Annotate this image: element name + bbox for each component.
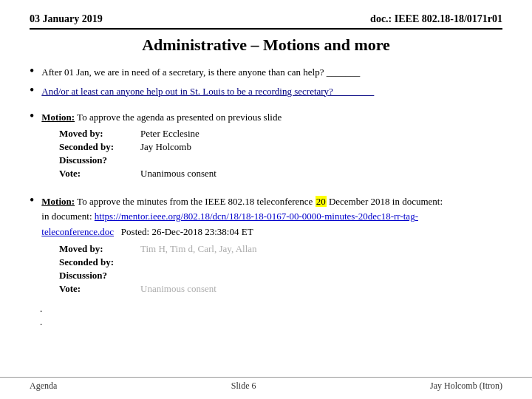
motion-2-discussion: Discussion?	[59, 270, 502, 282]
motion-1-moved-label: Moved by:	[59, 128, 140, 140]
motion-2-seconded-label: Seconded by:	[59, 256, 140, 268]
motion-1-seconded-value: Jay Holcomb	[140, 141, 191, 153]
motion-2: • Motion: To approve the minutes from th…	[30, 194, 502, 295]
motion-1-seconded-label: Seconded by:	[59, 141, 140, 153]
motion-2-moved: Moved by: Tim H, Tim d, Carl, Jay, Allan	[59, 243, 502, 255]
motion-1-seconded: Seconded by: Jay Holcomb	[59, 141, 502, 153]
footer-right: Jay Holcomb (Itron)	[430, 381, 502, 392]
motion-1-moved-value: Peter Ecclesine	[140, 128, 200, 140]
motion-2-discussion-label: Discussion?	[59, 270, 140, 282]
header: 03 January 2019 doc.: IEEE 802.18-18/017…	[30, 13, 502, 30]
motion-1-vote-label: Vote:	[59, 168, 140, 180]
bullet-text-2: And/or at least can anyone help out in S…	[41, 84, 374, 99]
motion-1-label: Motion:	[41, 112, 75, 123]
bullet-text-1: After 01 Jan, we are in need of a secret…	[41, 65, 360, 80]
motion-1-moved: Moved by: Peter Ecclesine	[59, 128, 502, 140]
motion-1: • Motion: To approve the agenda as prese…	[30, 110, 502, 180]
extra-dot-2: .	[40, 316, 502, 329]
motion-2-posted-label: Posted:	[121, 226, 149, 237]
bullet-item-1: • After 01 Jan, we are in need of a secr…	[30, 65, 502, 80]
header-doc: doc.: IEEE 802.18-18/0171r01	[370, 13, 502, 25]
motion-2-vote: Vote: Unanimous consent	[59, 283, 502, 295]
motion-1-bullet: • Motion: To approve the agenda as prese…	[30, 110, 502, 125]
bullet-dot-1: •	[30, 64, 34, 79]
motion-2-text: Motion: To approve the minutes from the …	[41, 194, 502, 240]
footer-center: Slide 6	[231, 381, 256, 392]
motion-2-vote-label: Vote:	[59, 283, 140, 295]
motion-1-discussion: Discussion?	[59, 154, 502, 166]
motion-1-vote-value: Unanimous consent	[140, 168, 216, 180]
footer-left: Agenda	[30, 381, 57, 392]
footer: Agenda Slide 6 Jay Holcomb (Itron)	[0, 377, 532, 392]
motion-2-seconded: Seconded by:	[59, 256, 502, 268]
motion-1-body: To approve the agenda as presented on pr…	[75, 112, 282, 123]
motion-2-moved-value: Tim H, Tim d, Carl, Jay, Allan	[140, 243, 257, 255]
slide: 03 January 2019 doc.: IEEE 802.18-18/017…	[0, 0, 532, 399]
slide-title: Administrative – Motions and more	[30, 35, 502, 55]
header-date: 03 January 2019	[30, 13, 103, 25]
extra-dot-1: .	[40, 302, 502, 316]
motion-1-discussion-label: Discussion?	[59, 154, 140, 166]
motion-2-label: Motion:	[41, 196, 75, 207]
motion-1-text: Motion: To approve the agenda as present…	[41, 110, 282, 125]
motion-2-body: To approve the minutes from the IEEE 802…	[75, 196, 316, 207]
motion-1-dot: •	[30, 109, 34, 124]
motion-2-body2: December 2018 in document:	[327, 196, 443, 207]
motion-2-vote-value: Unanimous consent	[140, 283, 216, 295]
motion-2-posted-value: 26-Dec-2018 23:38:04 ET	[149, 226, 253, 237]
motion-2-highlight: 20	[316, 196, 327, 207]
motion-2-bullet: • Motion: To approve the minutes from th…	[30, 194, 502, 240]
motion-1-vote: Vote: Unanimous consent	[59, 168, 502, 180]
bullet-dot-2: •	[30, 83, 34, 98]
bullet-item-2: • And/or at least can anyone help out in…	[30, 84, 502, 99]
motion-2-moved-label: Moved by:	[59, 243, 140, 255]
motion-2-dot: •	[30, 193, 34, 208]
motion-2-link-label: in document:	[41, 211, 95, 222]
